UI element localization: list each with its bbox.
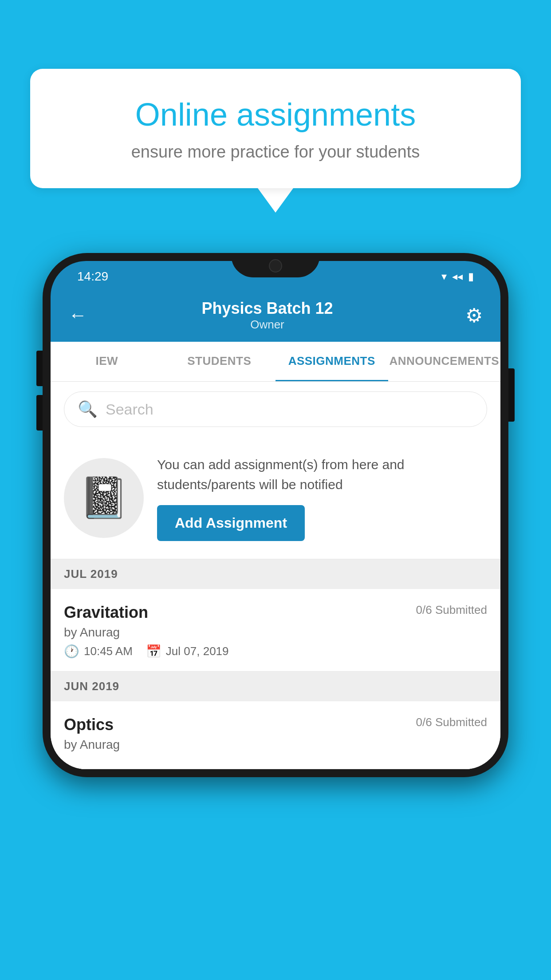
signal-icon: ◂◂ [452, 270, 463, 283]
tab-bar: IEW STUDENTS ASSIGNMENTS ANNOUNCEMENTS [51, 342, 500, 382]
search-icon: 🔍 [78, 400, 98, 419]
tab-announcements[interactable]: ANNOUNCEMENTS [388, 342, 501, 381]
calendar-icon: 📅 [146, 644, 161, 659]
assignment-item-gravitation[interactable]: Gravitation 0/6 Submitted by Anurag 🕐 10… [51, 589, 500, 672]
optics-submitted: 0/6 Submitted [416, 715, 487, 729]
screen-content: 🔍 Search 📓 You can add assignment(s) fro… [51, 382, 500, 769]
speech-bubble-card: Online assignments ensure more practice … [30, 69, 521, 188]
phone-outer-frame: 14:29 ▾ ◂◂ ▮ ← Physics Batch 12 Owner ⚙ … [43, 253, 508, 777]
status-icons: ▾ ◂◂ ▮ [441, 270, 474, 283]
assignment-date-value: Jul 07, 2019 [166, 644, 229, 658]
speech-bubble-subtitle: ensure more practice for your students [61, 142, 490, 162]
app-bar-title: Physics Batch 12 [96, 299, 439, 318]
tab-iew[interactable]: IEW [51, 342, 163, 381]
search-bar[interactable]: 🔍 Search [64, 391, 487, 427]
assignment-meta: 🕐 10:45 AM 📅 Jul 07, 2019 [64, 644, 487, 659]
optics-row-top: Optics 0/6 Submitted [64, 715, 487, 734]
phone-mockup: 14:29 ▾ ◂◂ ▮ ← Physics Batch 12 Owner ⚙ … [43, 253, 508, 777]
assignment-row-top: Gravitation 0/6 Submitted [64, 603, 487, 622]
status-time: 14:29 [77, 269, 108, 284]
speech-bubble-title: Online assignments [61, 95, 490, 134]
assignment-time-value: 10:45 AM [84, 644, 133, 658]
app-bar-title-group: Physics Batch 12 Owner [96, 299, 439, 332]
assignment-author: by Anurag [64, 625, 487, 640]
optics-author: by Anurag [64, 738, 487, 752]
phone-screen: 14:29 ▾ ◂◂ ▮ ← Physics Batch 12 Owner ⚙ … [51, 261, 500, 769]
assignment-submitted: 0/6 Submitted [416, 603, 487, 617]
battery-icon: ▮ [468, 270, 474, 283]
add-assignment-button[interactable]: Add Assignment [157, 505, 305, 541]
assignment-item-optics[interactable]: Optics 0/6 Submitted by Anurag [51, 701, 500, 769]
assignment-time: 🕐 10:45 AM [64, 644, 133, 659]
optics-name: Optics [64, 715, 114, 734]
clock-icon: 🕐 [64, 644, 79, 659]
phone-notch [231, 253, 320, 277]
app-bar: ← Physics Batch 12 Owner ⚙ [51, 288, 500, 342]
phone-camera [269, 259, 282, 273]
section-header-jun-2019: JUN 2019 [51, 672, 500, 701]
assignment-date: 📅 Jul 07, 2019 [146, 644, 229, 659]
add-assignment-description: You can add assignment(s) from here and … [157, 454, 487, 494]
app-bar-subtitle: Owner [96, 318, 439, 332]
add-assignment-content: You can add assignment(s) from here and … [157, 454, 487, 541]
settings-button[interactable]: ⚙ [465, 304, 483, 327]
back-button[interactable]: ← [68, 304, 87, 326]
assignment-icon-circle: 📓 [64, 458, 144, 538]
search-bar-container: 🔍 Search [51, 382, 500, 437]
speech-bubble-section: Online assignments ensure more practice … [30, 69, 521, 213]
speech-bubble-arrow [258, 188, 293, 213]
wifi-icon: ▾ [441, 270, 447, 283]
search-input-placeholder: Search [106, 401, 153, 418]
assignment-name: Gravitation [64, 603, 148, 622]
add-assignment-card: 📓 You can add assignment(s) from here an… [51, 437, 500, 559]
section-header-jul-2019: JUL 2019 [51, 559, 500, 589]
tab-assignments[interactable]: ASSIGNMENTS [276, 342, 388, 381]
notebook-icon: 📓 [79, 474, 129, 521]
tab-students[interactable]: STUDENTS [163, 342, 276, 381]
